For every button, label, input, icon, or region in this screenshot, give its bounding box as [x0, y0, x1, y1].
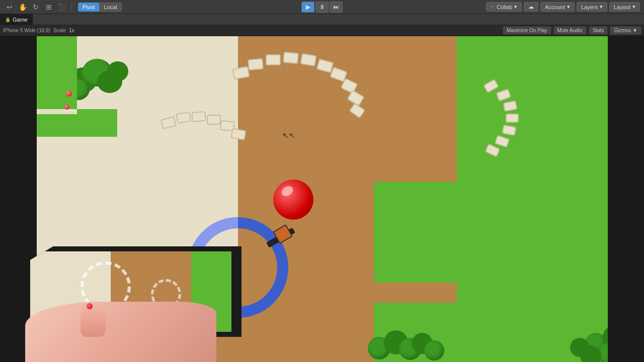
- terrain-grass-topleft3: [77, 109, 117, 137]
- pause-button[interactable]: ⏸: [315, 2, 329, 13]
- stats-button[interactable]: Stats: [589, 27, 608, 34]
- account-button[interactable]: Account ▾: [540, 2, 575, 12]
- tree-5: [107, 61, 128, 81]
- refresh-icon[interactable]: ↻: [30, 2, 41, 13]
- pivot-local-group: Pivot Local: [78, 3, 122, 12]
- stone-4: [283, 52, 299, 64]
- finger: [80, 302, 106, 337]
- grid-icon[interactable]: ⊞: [43, 2, 54, 13]
- collab-button[interactable]: ✓ Collab ▾: [486, 2, 522, 12]
- finger-red-dot: [87, 303, 93, 309]
- terrain-grass-topleft: [37, 64, 77, 109]
- viewport: ↖: [0, 36, 644, 362]
- terrain-grass-topleft2: [37, 36, 77, 66]
- separator-1: [71, 3, 72, 12]
- local-button[interactable]: Local: [99, 3, 121, 12]
- play-button[interactable]: ▶: [301, 2, 314, 13]
- layers-button[interactable]: Layers ▾: [577, 2, 607, 12]
- play-controls: ▶ ⏸ ⏭: [301, 2, 343, 13]
- step-button[interactable]: ⏭: [330, 2, 343, 13]
- stone-3: [266, 54, 281, 65]
- phone-overlay: [0, 246, 242, 362]
- layout-button[interactable]: Layout ▾: [609, 2, 640, 12]
- stone-r4: [506, 114, 519, 123]
- tab-game[interactable]: 🔒 Game: [0, 14, 33, 25]
- pivot-label: Pivot: [83, 4, 95, 10]
- terrain-grass-lower-right: [374, 182, 459, 283]
- maximize-on-play-button[interactable]: Maximize On Play: [503, 27, 551, 34]
- hand-region: [0, 297, 242, 362]
- right-controls: ✓ Collab ▾ ☁ Account ▾ Layers ▾ Layout ▾: [486, 2, 640, 12]
- terrain-grass-topleft4: [37, 114, 79, 137]
- tree-fr6: [570, 338, 589, 357]
- gizmos-button[interactable]: Gizmos ▼: [610, 27, 641, 34]
- cube-icon[interactable]: ⬛: [56, 2, 67, 13]
- terrain-grass-right-upper: [457, 36, 608, 362]
- local-label: Local: [104, 4, 117, 10]
- pivot-button[interactable]: Pivot: [78, 3, 99, 12]
- top-bar: ↩ ✋ ↻ ⊞ ⬛ Pivot Local ▶ ⏸ ⏭ ✓ Collab ▾ ☁…: [0, 0, 644, 14]
- scene-game-bar: 🔒 Game: [0, 14, 644, 25]
- scale-label: Scale: [53, 28, 66, 33]
- view-bar: iPhone 5 Wide (16:9) Scale 1x Maximize O…: [0, 25, 644, 36]
- tree-br5: [424, 340, 444, 360]
- device-label: iPhone 5 Wide (16:9): [3, 28, 50, 33]
- stone-l4: [207, 115, 221, 125]
- hand-tool-icon[interactable]: ✋: [17, 2, 28, 13]
- scale-value: 1x: [69, 28, 74, 33]
- stone-2: [248, 58, 264, 71]
- player-red-ball: [273, 179, 313, 220]
- hand-skin: [25, 302, 216, 362]
- lock-icon: 🔒: [5, 17, 11, 22]
- stone-l3: [191, 111, 206, 122]
- red-dot-left-1: [66, 90, 72, 97]
- cloud-button[interactable]: ☁: [524, 2, 538, 12]
- mute-audio-button[interactable]: Mute Audio: [554, 27, 586, 34]
- game-tab-label: Game: [13, 17, 28, 23]
- view-right: Maximize On Play Mute Audio Stats Gizmos…: [503, 27, 641, 34]
- red-dot-left-2: [64, 105, 69, 110]
- undo-icon[interactable]: ↩: [4, 2, 15, 13]
